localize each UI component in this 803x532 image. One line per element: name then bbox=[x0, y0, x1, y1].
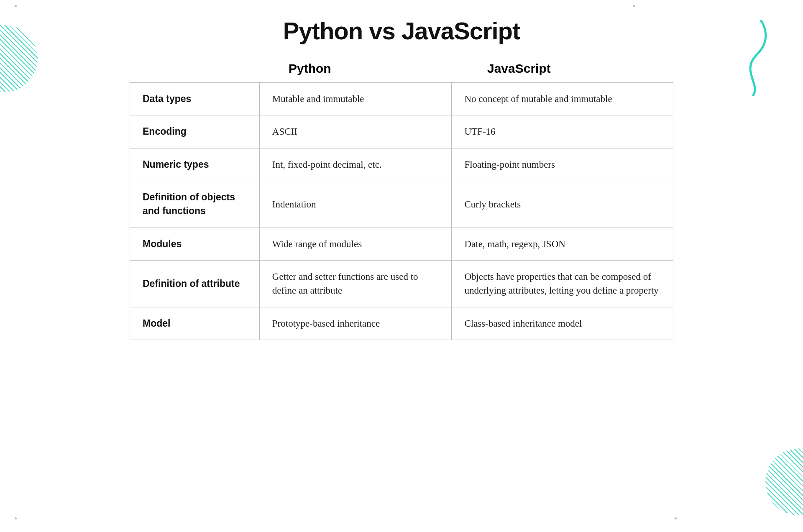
table-row: Definition of objects and functionsInden… bbox=[130, 181, 673, 228]
table-row: Data typesMutable and immutableNo concep… bbox=[130, 83, 673, 115]
row-label-2: Numeric types bbox=[130, 148, 260, 181]
row-label-0: Data types bbox=[130, 83, 260, 115]
table-row: ModulesWide range of modulesDate, math, … bbox=[130, 228, 673, 260]
python-cell-2: Int, fixed-point decimal, etc. bbox=[259, 148, 452, 181]
js-cell-2: Floating-point numbers bbox=[452, 148, 673, 181]
table-row: EncodingASCIIUTF-16 bbox=[130, 115, 673, 148]
js-cell-3: Curly brackets bbox=[452, 181, 673, 228]
js-cell-1: UTF-16 bbox=[452, 115, 673, 148]
row-label-4: Modules bbox=[130, 228, 260, 260]
main-content: Python vs JavaScript Python JavaScript D… bbox=[0, 0, 803, 532]
page-title: Python vs JavaScript bbox=[283, 17, 520, 45]
js-cell-4: Date, math, regexp, JSON bbox=[452, 228, 673, 260]
js-cell-6: Class-based inheritance model bbox=[452, 307, 673, 340]
row-label-6: Model bbox=[130, 307, 260, 340]
python-cell-3: Indentation bbox=[259, 181, 452, 228]
python-cell-5: Getter and setter functions are used to … bbox=[259, 261, 452, 307]
python-cell-4: Wide range of modules bbox=[259, 228, 452, 260]
comparison-table: Data typesMutable and immutableNo concep… bbox=[130, 82, 673, 340]
python-cell-6: Prototype-based inheritance bbox=[259, 307, 452, 340]
js-cell-5: Objects have properties that can be comp… bbox=[452, 261, 673, 307]
row-label-3: Definition of objects and functions bbox=[130, 181, 260, 228]
row-label-1: Encoding bbox=[130, 115, 260, 148]
table-row: Definition of attributeGetter and setter… bbox=[130, 261, 673, 307]
python-column-header: Python bbox=[276, 61, 475, 82]
row-label-5: Definition of attribute bbox=[130, 261, 260, 307]
table-row: Numeric typesInt, fixed-point decimal, e… bbox=[130, 148, 673, 181]
python-cell-0: Mutable and immutable bbox=[259, 83, 452, 115]
column-headers: Python JavaScript bbox=[130, 61, 673, 82]
javascript-column-header: JavaScript bbox=[475, 61, 673, 82]
table-row: ModelPrototype-based inheritanceClass-ba… bbox=[130, 307, 673, 340]
python-cell-1: ASCII bbox=[259, 115, 452, 148]
js-cell-0: No concept of mutable and immutable bbox=[452, 83, 673, 115]
